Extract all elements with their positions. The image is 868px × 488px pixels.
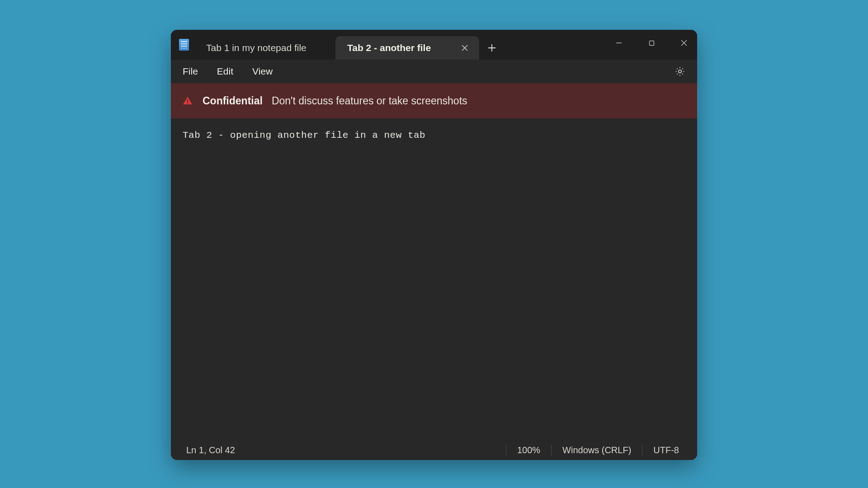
tab-2[interactable]: Tab 2 - another file: [335, 36, 479, 60]
menu-bar: File Edit View: [171, 60, 697, 83]
tab-1[interactable]: Tab 1 in my notepad file: [194, 36, 335, 60]
window-controls: [611, 30, 697, 60]
svg-rect-10: [187, 103, 188, 103]
gear-icon: [675, 66, 685, 77]
title-bar: Tab 1 in my notepad file Tab 2 - another…: [171, 30, 697, 60]
tab-1-label: Tab 1 in my notepad file: [206, 42, 307, 53]
app-icon: [174, 30, 194, 60]
menu-file[interactable]: File: [177, 62, 203, 80]
menu-edit[interactable]: Edit: [212, 62, 239, 80]
tab-2-label: Tab 2 - another file: [347, 42, 449, 53]
svg-point-8: [679, 70, 681, 73]
tab-strip: Tab 1 in my notepad file Tab 2 - another…: [194, 30, 611, 60]
warning-icon: [182, 95, 193, 107]
close-window-button[interactable]: [676, 36, 692, 50]
confidential-banner: Confidential Don't discuss features or t…: [171, 83, 697, 118]
notepad-icon: [179, 39, 189, 51]
notepad-window: Tab 1 in my notepad file Tab 2 - another…: [171, 30, 697, 460]
status-encoding[interactable]: UTF-8: [642, 445, 697, 456]
svg-rect-5: [649, 41, 654, 45]
status-zoom[interactable]: 100%: [506, 445, 551, 456]
settings-button[interactable]: [672, 63, 688, 80]
status-cursor-position: Ln 1, Col 42: [186, 445, 246, 456]
status-bar: Ln 1, Col 42 100% Windows (CRLF) UTF-8: [171, 440, 697, 460]
new-tab-button[interactable]: [479, 36, 505, 60]
maximize-button[interactable]: [644, 36, 659, 50]
close-tab-button[interactable]: [460, 43, 469, 52]
text-editor[interactable]: Tab 2 - opening another file in a new ta…: [171, 118, 697, 440]
minimize-button[interactable]: [611, 36, 627, 50]
status-line-ending[interactable]: Windows (CRLF): [552, 445, 642, 456]
menu-view[interactable]: View: [247, 62, 278, 80]
svg-rect-9: [187, 99, 188, 102]
banner-message: Don't discuss features or take screensho…: [272, 95, 467, 107]
banner-title: Confidential: [203, 95, 263, 107]
